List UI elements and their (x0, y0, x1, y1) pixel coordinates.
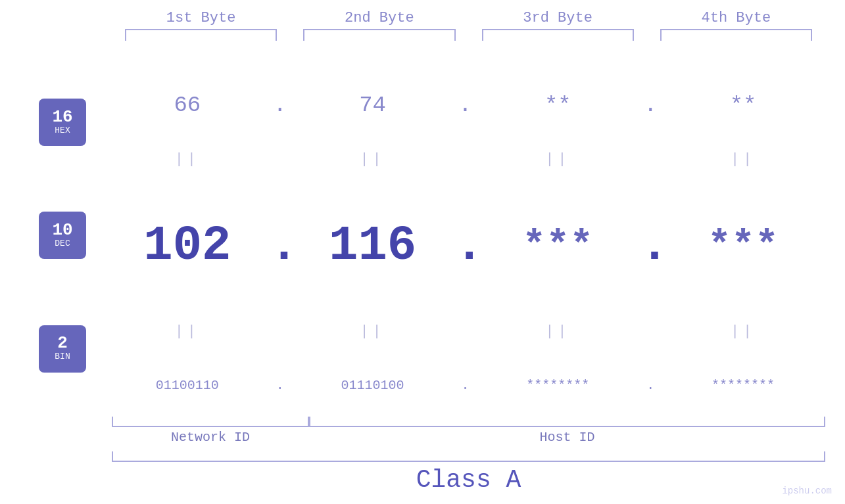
dec-badge-label: DEC (55, 239, 70, 250)
bin-badge-label: BIN (55, 352, 70, 363)
hex-badge-label: HEX (55, 126, 70, 137)
class-bracket (112, 451, 825, 462)
eq2-b1: || (105, 323, 270, 340)
dec-dot2: . (455, 218, 476, 273)
bottom-brackets (112, 417, 825, 427)
network-bracket (112, 417, 309, 427)
dec-dot1: . (270, 218, 291, 273)
hex-b2: 74 (291, 93, 455, 118)
byte2-bracket (303, 29, 455, 41)
dec-b3: *** (476, 223, 640, 268)
byte1-col: 1st Byte (112, 10, 290, 41)
dec-b1: 102 (105, 218, 270, 273)
hex-dot1: . (270, 93, 291, 118)
host-bracket (309, 417, 825, 427)
hex-badge-num: 16 (52, 108, 72, 126)
eq1-b4: || (661, 151, 825, 168)
bin-b1: 01100110 (105, 378, 270, 393)
bottom-section: Network ID Host ID Class A (112, 417, 825, 494)
hex-row: 66 . 74 . ** . ** (105, 66, 825, 145)
dec-b4: *** (661, 223, 825, 268)
byte4-bracket (660, 29, 812, 41)
byte-headers: 1st Byte 2nd Byte 3rd Byte 4th Byte (112, 10, 825, 41)
values-grid: 66 . 74 . ** . ** (105, 66, 825, 425)
hex-b4: ** (661, 93, 825, 118)
dec-b2: 116 (291, 218, 455, 273)
byte3-col: 3rd Byte (469, 10, 647, 41)
host-id-label: Host ID (309, 430, 825, 445)
bin-dot1: . (270, 378, 291, 393)
byte3-bracket (482, 29, 634, 41)
eq-row-1: || || || || (105, 145, 825, 174)
bin-row: 01100110 . 01110100 . ******** . (105, 346, 825, 425)
byte1-bracket (125, 29, 277, 41)
hex-dot3: . (640, 93, 661, 118)
watermark: ipshu.com (782, 486, 832, 496)
hex-dot2: . (455, 93, 476, 118)
bin-b4: ******** (661, 378, 825, 393)
dec-dot3: . (640, 218, 661, 273)
id-labels: Network ID Host ID (112, 430, 825, 445)
bin-b2: 01110100 (291, 378, 455, 393)
eq2-b3: || (476, 323, 640, 340)
hex-badge: 16 HEX (39, 99, 86, 146)
dec-badge: 10 DEC (39, 212, 86, 259)
eq1-b3: || (476, 151, 640, 168)
byte4-col: 4th Byte (647, 10, 825, 41)
eq2-b2: || (291, 323, 455, 340)
badges-column: 16 HEX 10 DEC 2 BIN (20, 66, 105, 425)
byte2-col: 2nd Byte (290, 10, 468, 41)
main-layout: 1st Byte 2nd Byte 3rd Byte 4th Byte 16 H… (0, 0, 845, 504)
byte3-label: 3rd Byte (469, 10, 647, 26)
bin-badge: 2 BIN (39, 325, 86, 373)
dec-badge-num: 10 (52, 221, 72, 239)
network-id-label: Network ID (112, 430, 309, 445)
hex-b3: ** (476, 93, 640, 118)
byte2-label: 2nd Byte (290, 10, 468, 26)
hex-b1: 66 (105, 93, 270, 118)
class-a-label: Class A (112, 466, 825, 494)
byte4-label: 4th Byte (647, 10, 825, 26)
eq1-b2: || (291, 151, 455, 168)
rows-section: 16 HEX 10 DEC 2 BIN 66 . (20, 66, 825, 425)
eq2-b4: || (661, 323, 825, 340)
byte1-label: 1st Byte (112, 10, 290, 26)
bin-dot2: . (455, 378, 476, 393)
eq-row-2: || || || || (105, 317, 825, 346)
bin-b3: ******** (476, 378, 640, 393)
bin-badge-num: 2 (57, 334, 68, 352)
eq1-b1: || (105, 151, 270, 168)
bin-dot3: . (640, 378, 661, 393)
dec-row: 102 . 116 . *** . *** (105, 174, 825, 317)
